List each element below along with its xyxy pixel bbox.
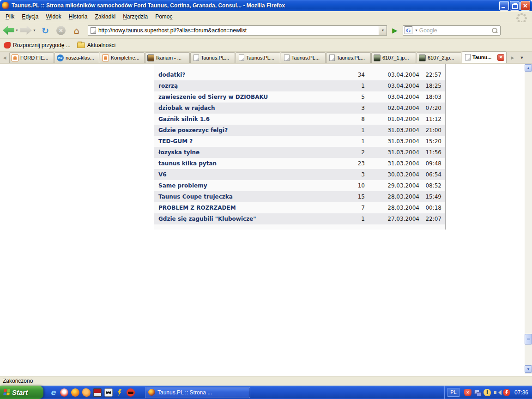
tab-ikariam[interactable]: Ikariam - ... [145,52,190,63]
topic-link[interactable]: taunus kilka pytan [158,160,339,167]
topic-link[interactable]: TED-GUM ? [158,138,339,145]
tab-61071jp[interactable]: 6107_1.jp... [371,52,416,63]
reply-count: 23 [339,160,365,167]
topic-link[interactable]: Gaźnik silnik 1.6 [158,116,339,122]
menu-item-zakadki[interactable]: Zakładki [91,12,119,21]
language-indicator[interactable]: PL [447,388,459,397]
topic-time: 06:54 [419,171,441,178]
search-input[interactable] [419,27,491,34]
gg-tray-icon[interactable] [484,389,491,396]
floppy-quicklaunch-icon[interactable] [93,388,102,397]
topic-time: 18:03 [419,94,441,100]
minimize-button[interactable] [499,1,509,11]
ie-quicklaunch-icon[interactable] [49,388,57,397]
tab-label: Taunus.PL... [201,55,233,60]
topic-link[interactable]: PROBLEM Z ROZRZADEM [158,205,339,211]
url-history-dropdown[interactable]: ▼ [379,26,387,35]
topic-link[interactable]: Taunus Coupe trujeczka [158,193,339,200]
tab-label: 6107_2.jp... [428,55,459,60]
img-favicon-icon [374,54,381,61]
menu-item-plik[interactable]: Plik [2,12,18,21]
speaker-tray-icon[interactable] [493,389,501,396]
topic-link[interactable]: rozrzą [158,83,339,89]
menu-item-pomoc[interactable]: Pomoc [151,12,176,21]
tab-list-dropdown-icon[interactable]: ▼ [518,53,526,62]
topic-link[interactable]: Same problemy [158,182,339,189]
table-row: Same problemy1029.03.200408:52 [154,180,445,191]
go-button[interactable]: ▶ [390,26,400,35]
flash-quicklaunch-icon[interactable] [115,388,124,397]
gg-quicklaunch-icon[interactable] [82,388,91,397]
topic-date: 31.03.2004 [365,127,419,133]
reply-count: 3 [339,105,365,111]
car-quicklaunch-icon[interactable] [127,388,135,397]
restore-button[interactable] [510,1,520,11]
tab-taunu[interactable]: Taunu...✕ [462,51,507,63]
tab-fordfie[interactable]: FORD FIE... [9,52,54,63]
url-input[interactable] [98,27,379,34]
topic-link[interactable]: zawieszenie od Sierry w DZIOBAKU [158,94,339,100]
menu-bar: PlikEdycjaWidokHistoriaZakładkiNarzędzia… [0,11,532,22]
bat-quicklaunch-icon[interactable] [104,388,113,397]
back-button[interactable] [3,26,14,35]
shield-tray-icon[interactable] [464,389,472,396]
topic-time: 15:20 [419,138,441,145]
topic-date: 03.04.2004 [365,83,419,89]
menu-item-narzdzia[interactable]: Narzędzia [119,12,151,21]
navigation-toolbar: ▼ ▼ ↻ ✕ ⌂ ▼ ▶ G ▼ [0,22,532,39]
tab-taunuspl[interactable]: Taunus.PL... [236,52,280,63]
back-dropdown-icon[interactable]: ▼ [14,29,20,32]
reload-button[interactable]: ↻ [39,25,51,36]
tab-scroll-right-icon[interactable]: ▶ [509,53,516,62]
topic-link[interactable]: Gdzie poszerzyc felgi? [158,127,339,133]
firefox-quicklaunch-icon[interactable] [71,388,79,397]
tab-kompletne[interactable]: Kompletne... [100,52,145,63]
topic-link[interactable]: V6 [158,171,339,178]
engine-dropdown-icon[interactable]: ▼ [413,29,419,32]
table-row: Gdzie poszerzyc felgi?131.03.200421:00 [154,125,445,136]
close-button[interactable] [520,1,530,11]
quick-launch-bar [49,388,138,397]
stop-button[interactable]: ✕ [56,26,66,35]
tab-taunuspl[interactable]: Taunus.PL... [326,52,371,63]
topic-link[interactable]: Gdzie się zagubili "Klubowicze" [158,216,339,222]
page-favicon-icon [91,27,96,34]
home-button[interactable]: ⌂ [71,25,83,36]
bolt-tray-icon[interactable] [503,389,510,396]
forward-button[interactable] [20,26,32,35]
tab-close-icon[interactable]: ✕ [497,54,504,61]
tab-label: 6107_1.jp... [382,55,414,60]
bookmark-item[interactable]: Rozpocznij przygodę ... [4,42,71,48]
bookmarks-toolbar: Rozpocznij przygodę ...Aktualności [0,39,532,52]
scroll-up-icon[interactable]: ▲ [525,64,532,72]
menu-item-edycja[interactable]: Edycja [18,12,42,21]
scrollbar-thumb[interactable] [525,334,532,345]
window-title: Taunus.PL :: Strona miłośników samochodó… [12,2,498,9]
task-button-label: Taunus.PL :: Strona ... [157,389,212,396]
topic-link[interactable]: dziobak w rajdach [158,105,339,111]
reply-count: 1 [339,216,365,222]
tab-scroll-left-icon[interactable]: ◀ [1,53,8,62]
menu-item-widok[interactable]: Widok [42,12,65,21]
topic-time: 21:00 [419,127,441,133]
tab-taunuspl[interactable]: Taunus.PL... [190,52,235,63]
topic-link[interactable]: dodatki? [158,72,339,78]
table-row: zawieszenie od Sierry w DZIOBAKU503.04.2… [154,91,445,103]
tab-61072jp[interactable]: 6107_2.jp... [417,52,461,63]
tab-taunuspl[interactable]: Taunus.PL... [281,52,326,63]
tab-naszaklas[interactable]: nasza-klas... [54,52,99,63]
network-tray-icon[interactable] [474,389,481,396]
forward-dropdown-icon[interactable]: ▼ [32,29,38,32]
topic-link[interactable]: łozyska tylne [158,149,339,156]
menu-item-historia[interactable]: Historia [65,12,91,21]
bookmark-item[interactable]: Aktualności [77,42,115,48]
search-magnifier-icon[interactable] [491,27,498,34]
opera-quicklaunch-icon[interactable] [60,388,68,397]
scroll-down-icon[interactable]: ▼ [525,365,532,373]
window-titlebar: Taunus.PL :: Strona miłośników samochodó… [0,0,532,11]
topic-time: 11:12 [419,116,441,122]
task-button-firefox[interactable]: Taunus.PL :: Strona ... [145,387,250,398]
google-engine-icon[interactable]: G [405,26,412,34]
vertical-scrollbar[interactable]: ▲ ▼ [525,64,532,374]
start-button[interactable]: Start [0,386,43,399]
